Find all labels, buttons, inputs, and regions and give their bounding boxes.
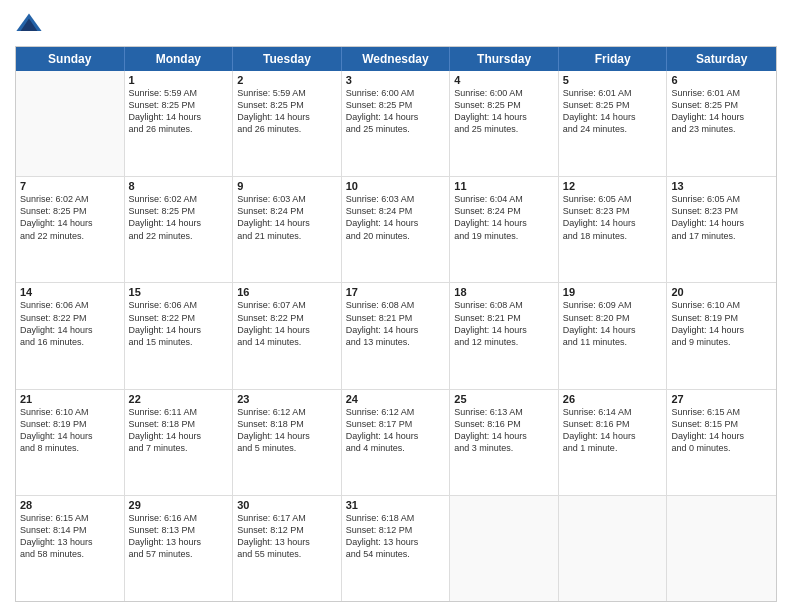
header-day-monday: Monday xyxy=(125,47,234,71)
calendar-cell: 2Sunrise: 5:59 AM Sunset: 8:25 PM Daylig… xyxy=(233,71,342,176)
day-info: Sunrise: 6:03 AM Sunset: 8:24 PM Dayligh… xyxy=(237,193,337,242)
day-number: 6 xyxy=(671,74,772,86)
day-number: 30 xyxy=(237,499,337,511)
calendar-cell: 25Sunrise: 6:13 AM Sunset: 8:16 PM Dayli… xyxy=(450,390,559,495)
page-header xyxy=(15,10,777,38)
day-info: Sunrise: 6:02 AM Sunset: 8:25 PM Dayligh… xyxy=(129,193,229,242)
logo xyxy=(15,10,47,38)
day-info: Sunrise: 6:12 AM Sunset: 8:18 PM Dayligh… xyxy=(237,406,337,455)
calendar-cell: 15Sunrise: 6:06 AM Sunset: 8:22 PM Dayli… xyxy=(125,283,234,388)
calendar-cell: 22Sunrise: 6:11 AM Sunset: 8:18 PM Dayli… xyxy=(125,390,234,495)
calendar-cell: 31Sunrise: 6:18 AM Sunset: 8:12 PM Dayli… xyxy=(342,496,451,601)
header-day-friday: Friday xyxy=(559,47,668,71)
calendar: SundayMondayTuesdayWednesdayThursdayFrid… xyxy=(15,46,777,602)
calendar-cell: 9Sunrise: 6:03 AM Sunset: 8:24 PM Daylig… xyxy=(233,177,342,282)
day-info: Sunrise: 6:05 AM Sunset: 8:23 PM Dayligh… xyxy=(563,193,663,242)
day-info: Sunrise: 6:16 AM Sunset: 8:13 PM Dayligh… xyxy=(129,512,229,561)
calendar-cell: 10Sunrise: 6:03 AM Sunset: 8:24 PM Dayli… xyxy=(342,177,451,282)
day-info: Sunrise: 6:01 AM Sunset: 8:25 PM Dayligh… xyxy=(563,87,663,136)
calendar-body: 1Sunrise: 5:59 AM Sunset: 8:25 PM Daylig… xyxy=(16,71,776,601)
header-day-sunday: Sunday xyxy=(16,47,125,71)
day-info: Sunrise: 6:15 AM Sunset: 8:14 PM Dayligh… xyxy=(20,512,120,561)
calendar-cell: 6Sunrise: 6:01 AM Sunset: 8:25 PM Daylig… xyxy=(667,71,776,176)
day-info: Sunrise: 6:00 AM Sunset: 8:25 PM Dayligh… xyxy=(454,87,554,136)
day-info: Sunrise: 6:18 AM Sunset: 8:12 PM Dayligh… xyxy=(346,512,446,561)
calendar-row-4: 28Sunrise: 6:15 AM Sunset: 8:14 PM Dayli… xyxy=(16,496,776,601)
day-number: 15 xyxy=(129,286,229,298)
day-info: Sunrise: 6:12 AM Sunset: 8:17 PM Dayligh… xyxy=(346,406,446,455)
day-info: Sunrise: 6:08 AM Sunset: 8:21 PM Dayligh… xyxy=(346,299,446,348)
calendar-cell: 29Sunrise: 6:16 AM Sunset: 8:13 PM Dayli… xyxy=(125,496,234,601)
day-number: 26 xyxy=(563,393,663,405)
calendar-cell: 19Sunrise: 6:09 AM Sunset: 8:20 PM Dayli… xyxy=(559,283,668,388)
calendar-cell: 21Sunrise: 6:10 AM Sunset: 8:19 PM Dayli… xyxy=(16,390,125,495)
day-info: Sunrise: 5:59 AM Sunset: 8:25 PM Dayligh… xyxy=(129,87,229,136)
calendar-row-1: 7Sunrise: 6:02 AM Sunset: 8:25 PM Daylig… xyxy=(16,177,776,283)
day-number: 7 xyxy=(20,180,120,192)
calendar-cell: 28Sunrise: 6:15 AM Sunset: 8:14 PM Dayli… xyxy=(16,496,125,601)
day-number: 5 xyxy=(563,74,663,86)
calendar-cell: 1Sunrise: 5:59 AM Sunset: 8:25 PM Daylig… xyxy=(125,71,234,176)
calendar-cell xyxy=(559,496,668,601)
day-number: 14 xyxy=(20,286,120,298)
calendar-row-3: 21Sunrise: 6:10 AM Sunset: 8:19 PM Dayli… xyxy=(16,390,776,496)
calendar-header: SundayMondayTuesdayWednesdayThursdayFrid… xyxy=(16,47,776,71)
day-info: Sunrise: 6:00 AM Sunset: 8:25 PM Dayligh… xyxy=(346,87,446,136)
day-number: 16 xyxy=(237,286,337,298)
day-info: Sunrise: 6:10 AM Sunset: 8:19 PM Dayligh… xyxy=(671,299,772,348)
day-number: 29 xyxy=(129,499,229,511)
day-info: Sunrise: 6:03 AM Sunset: 8:24 PM Dayligh… xyxy=(346,193,446,242)
day-info: Sunrise: 6:05 AM Sunset: 8:23 PM Dayligh… xyxy=(671,193,772,242)
calendar-row-2: 14Sunrise: 6:06 AM Sunset: 8:22 PM Dayli… xyxy=(16,283,776,389)
calendar-cell: 24Sunrise: 6:12 AM Sunset: 8:17 PM Dayli… xyxy=(342,390,451,495)
calendar-cell: 30Sunrise: 6:17 AM Sunset: 8:12 PM Dayli… xyxy=(233,496,342,601)
day-number: 24 xyxy=(346,393,446,405)
calendar-cell: 18Sunrise: 6:08 AM Sunset: 8:21 PM Dayli… xyxy=(450,283,559,388)
header-day-wednesday: Wednesday xyxy=(342,47,451,71)
header-day-thursday: Thursday xyxy=(450,47,559,71)
header-day-saturday: Saturday xyxy=(667,47,776,71)
day-number: 9 xyxy=(237,180,337,192)
calendar-row-0: 1Sunrise: 5:59 AM Sunset: 8:25 PM Daylig… xyxy=(16,71,776,177)
calendar-cell: 7Sunrise: 6:02 AM Sunset: 8:25 PM Daylig… xyxy=(16,177,125,282)
day-info: Sunrise: 6:02 AM Sunset: 8:25 PM Dayligh… xyxy=(20,193,120,242)
day-number: 25 xyxy=(454,393,554,405)
day-info: Sunrise: 6:01 AM Sunset: 8:25 PM Dayligh… xyxy=(671,87,772,136)
calendar-cell xyxy=(450,496,559,601)
day-number: 31 xyxy=(346,499,446,511)
day-number: 21 xyxy=(20,393,120,405)
day-info: Sunrise: 6:09 AM Sunset: 8:20 PM Dayligh… xyxy=(563,299,663,348)
day-number: 13 xyxy=(671,180,772,192)
calendar-cell: 17Sunrise: 6:08 AM Sunset: 8:21 PM Dayli… xyxy=(342,283,451,388)
calendar-cell: 20Sunrise: 6:10 AM Sunset: 8:19 PM Dayli… xyxy=(667,283,776,388)
calendar-cell: 13Sunrise: 6:05 AM Sunset: 8:23 PM Dayli… xyxy=(667,177,776,282)
calendar-cell: 12Sunrise: 6:05 AM Sunset: 8:23 PM Dayli… xyxy=(559,177,668,282)
day-number: 3 xyxy=(346,74,446,86)
day-number: 11 xyxy=(454,180,554,192)
day-info: Sunrise: 6:14 AM Sunset: 8:16 PM Dayligh… xyxy=(563,406,663,455)
day-info: Sunrise: 6:17 AM Sunset: 8:12 PM Dayligh… xyxy=(237,512,337,561)
day-info: Sunrise: 6:11 AM Sunset: 8:18 PM Dayligh… xyxy=(129,406,229,455)
calendar-cell xyxy=(16,71,125,176)
day-number: 10 xyxy=(346,180,446,192)
day-info: Sunrise: 6:15 AM Sunset: 8:15 PM Dayligh… xyxy=(671,406,772,455)
day-number: 19 xyxy=(563,286,663,298)
day-info: Sunrise: 6:13 AM Sunset: 8:16 PM Dayligh… xyxy=(454,406,554,455)
day-number: 23 xyxy=(237,393,337,405)
day-number: 17 xyxy=(346,286,446,298)
calendar-cell: 23Sunrise: 6:12 AM Sunset: 8:18 PM Dayli… xyxy=(233,390,342,495)
day-info: Sunrise: 6:08 AM Sunset: 8:21 PM Dayligh… xyxy=(454,299,554,348)
day-info: Sunrise: 6:06 AM Sunset: 8:22 PM Dayligh… xyxy=(20,299,120,348)
calendar-cell: 8Sunrise: 6:02 AM Sunset: 8:25 PM Daylig… xyxy=(125,177,234,282)
calendar-cell: 4Sunrise: 6:00 AM Sunset: 8:25 PM Daylig… xyxy=(450,71,559,176)
day-number: 2 xyxy=(237,74,337,86)
day-info: Sunrise: 6:10 AM Sunset: 8:19 PM Dayligh… xyxy=(20,406,120,455)
day-number: 4 xyxy=(454,74,554,86)
day-number: 1 xyxy=(129,74,229,86)
calendar-cell: 27Sunrise: 6:15 AM Sunset: 8:15 PM Dayli… xyxy=(667,390,776,495)
day-number: 8 xyxy=(129,180,229,192)
day-info: Sunrise: 5:59 AM Sunset: 8:25 PM Dayligh… xyxy=(237,87,337,136)
logo-icon xyxy=(15,10,43,38)
header-day-tuesday: Tuesday xyxy=(233,47,342,71)
day-number: 28 xyxy=(20,499,120,511)
